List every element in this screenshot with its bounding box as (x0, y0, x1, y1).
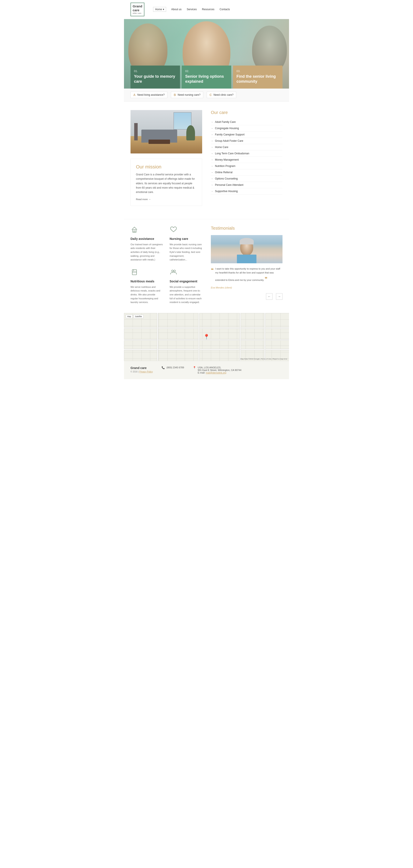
list-item[interactable]: Home Care (211, 144, 283, 150)
service-daily-title: Daily assistance (130, 237, 163, 241)
nav-resources[interactable]: Resources (202, 8, 214, 11)
room-table (149, 140, 170, 144)
logo-name-care: care (133, 8, 142, 12)
service-nursing-title: Nursing care (170, 237, 202, 241)
map-section: 📍 Map Satellite Map Data ©2016 Google | … (124, 313, 289, 361)
nav-services[interactable]: Services (187, 8, 197, 11)
list-item[interactable]: Group Adult Foster Care (211, 138, 283, 144)
list-item[interactable]: Options Counseling (211, 176, 283, 182)
hero-card-3-title: Find the senior living community (236, 74, 279, 84)
services-testimonials: Daily assistance Our trained team of car… (124, 219, 289, 313)
hero-section: 01. Your guide to memory care 02. Senior… (124, 19, 289, 89)
left-column: Our mission Grand Care is a cheerful ser… (130, 110, 202, 210)
list-item[interactable]: Personal Care Attendant (211, 182, 283, 188)
testimonial-prev-button[interactable]: ← (266, 293, 272, 300)
service-social-engagement: Social engagement We provide a supportiv… (170, 268, 202, 304)
tab-a-letter: A (133, 93, 136, 97)
footer-contact: 📞 (800) 2345 6789 (161, 366, 184, 369)
list-item[interactable]: Family Caregiver Support (211, 131, 283, 138)
list-item[interactable]: Nutrition Program (211, 163, 283, 169)
svg-point-6 (172, 270, 173, 272)
tab-nursing-care[interactable]: B Need nursing care? (171, 92, 203, 98)
people-icon (170, 268, 178, 277)
tab-living-assistance[interactable]: A Need living assistance? (130, 92, 168, 98)
tab-c-letter: C (210, 93, 212, 97)
service-nursing-text: We provide basic nursing care for those … (170, 243, 202, 262)
care-list: Adult Family Care Congregate Housing Fam… (211, 119, 283, 194)
list-item[interactable]: Online Referral (211, 169, 283, 176)
testimonial-next-button[interactable]: → (276, 293, 283, 300)
map-btn-map[interactable]: Map (126, 315, 133, 318)
right-column: Our care Adult Family Care Congregate Ho… (211, 110, 283, 210)
map-controls: Map Satellite (126, 315, 144, 318)
food-icon (130, 268, 139, 277)
nav-home[interactable]: Home ▾ (153, 7, 166, 12)
testimonial-quote: I want to take this opportunity to expre… (215, 268, 280, 281)
main-content: Our mission Grand Care is a cheerful ser… (124, 101, 289, 219)
mission-text: Grand Care is a cheerful service provide… (136, 172, 197, 194)
svg-point-7 (174, 270, 175, 272)
mission-box: Our mission Grand Care is a cheerful ser… (130, 159, 202, 206)
svg-rect-1 (134, 231, 135, 232)
quote-open: ❝ (211, 266, 214, 275)
service-meals-title: Nutritious meals (130, 280, 163, 283)
tab-b-letter: B (174, 93, 176, 97)
nav-contacts[interactable]: Contacts (219, 8, 230, 11)
footer-privacy-link[interactable]: Privacy Policy (139, 371, 153, 373)
tab-c-label: Need clinic care? (213, 93, 233, 96)
hero-card-2[interactable]: 02. Senior living options explained (182, 66, 231, 89)
our-care-title: Our care (211, 110, 283, 115)
footer-address-item: 📍 USA, LOS ANGELES, 901 East E Street, W… (193, 366, 241, 374)
testimonial-author: Eva Mendes (client) (211, 286, 283, 289)
nav-about[interactable]: About us (171, 8, 181, 11)
room-lamp (134, 123, 138, 141)
hero-cards: 01. Your guide to memory care 02. Senior… (124, 66, 289, 89)
logo-name-grand: Grand (133, 4, 142, 8)
svg-rect-2 (132, 270, 137, 275)
service-meals-text: We serve nutritious and delicious meals,… (130, 285, 163, 304)
hero-card-3[interactable]: 03. Find the senior living community (233, 66, 283, 89)
map-road-v3 (239, 313, 241, 361)
service-nutritious-meals: Nutritious meals We serve nutritious and… (130, 268, 163, 304)
home-icon (130, 226, 139, 235)
read-more-link[interactable]: Read more → (136, 198, 197, 200)
service-daily-text: Our trained team of caregivers aids resi… (130, 243, 163, 262)
service-social-title: Social engagement (170, 280, 202, 283)
tab-clinic-care[interactable]: C Need clinic care? (207, 92, 236, 98)
list-item[interactable]: Money Management (211, 157, 283, 163)
list-item[interactable]: Long Term Care Ombudsman (211, 150, 283, 157)
hero-card-1[interactable]: 01. Your guide to memory care (130, 66, 180, 89)
map-road-v4 (264, 313, 266, 361)
hero-card-3-num: 03. (236, 69, 279, 73)
tabs-bar: A Need living assistance? B Need nursing… (124, 89, 289, 101)
footer-logo: Grand care © 2016 | Privacy Policy (130, 366, 153, 373)
hero-card-2-num: 02. (185, 69, 228, 73)
footer-address: 📍 USA, LOS ANGELES, 901 East E Street, W… (193, 366, 241, 374)
footer-address-line1: USA, LOS ANGELES, (198, 366, 241, 369)
tab-b-label: Need nursing care? (178, 93, 200, 96)
testimonials-section: Testimonials ❝ I want to take this oppor… (211, 226, 283, 304)
location-icon: 📍 (193, 366, 196, 369)
services-grid: Daily assistance Our trained team of car… (130, 226, 202, 304)
logo-tagline: elder care (133, 12, 142, 14)
map-attribution: Map Data ©2016 Google | Terms of Use | R… (240, 358, 287, 360)
hero-card-2-title: Senior living options explained (185, 74, 228, 84)
footer-year: © 2016 | Privacy Policy (130, 371, 153, 373)
list-item[interactable]: Supportive Housing (211, 188, 283, 194)
nav-links: Home ▾ About us Services Resources Conta… (153, 7, 230, 12)
navigation: Grand care elder care Home ▾ About us Se… (124, 0, 289, 19)
footer-email-label: E-mail: mail@demolink.org (198, 371, 241, 374)
list-item[interactable]: Adult Family Care (211, 119, 283, 125)
footer-email-link[interactable]: mail@demolink.org (206, 371, 226, 374)
footer-brand-name: Grand care (130, 366, 153, 370)
logo[interactable]: Grand care elder care (130, 3, 144, 16)
quote-close: ❞ (265, 276, 267, 282)
testimonials-title: Testimonials (211, 226, 283, 231)
map-pin: 📍 (203, 334, 210, 340)
hero-card-1-title: Your guide to memory care (134, 74, 177, 84)
footer-phone: 📞 (800) 2345 6789 (161, 366, 184, 369)
testimonial-nav: ← → (211, 293, 283, 300)
map-btn-satellite[interactable]: Satellite (134, 315, 144, 318)
list-item[interactable]: Congregate Housing (211, 125, 283, 131)
footer-address-line2: 901 East E Street, Wilmington, CA 90744 (198, 369, 241, 371)
